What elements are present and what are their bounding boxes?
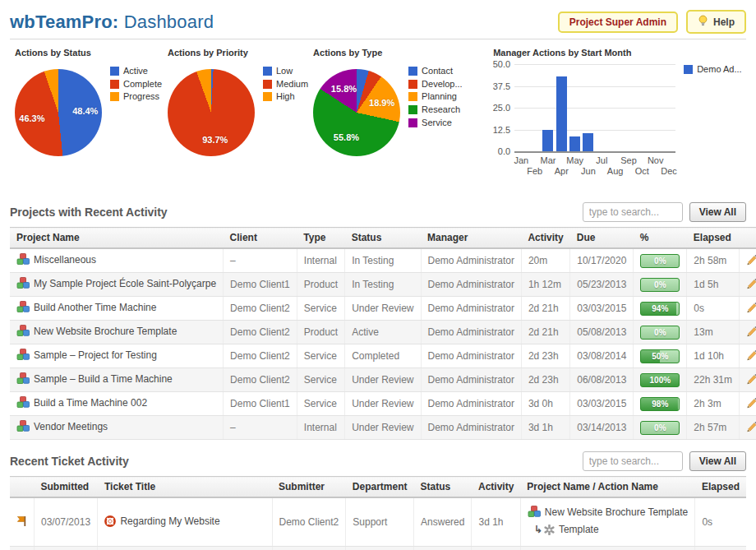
project-name: Sample – Project for Testing <box>34 349 157 361</box>
y-axis-tick-label: 25.0 <box>493 103 510 113</box>
legend-label: Research <box>422 104 460 115</box>
project-super-admin-button[interactable]: Project Super Admin <box>558 12 678 33</box>
edit-project-button[interactable] <box>746 326 756 340</box>
manager-cell: Demo Administrator <box>421 392 521 416</box>
projects-column-header: % <box>634 228 687 249</box>
projects-view-all-button[interactable]: View All <box>689 202 746 222</box>
chart-legend: Demo Ad... <box>684 64 741 178</box>
chart-title: Actions by Type <box>313 48 485 58</box>
y-axis-tick-label: 0.0 <box>498 146 510 156</box>
legend-label: Service <box>422 118 452 128</box>
edit-project-button[interactable] <box>746 349 756 363</box>
lifebuoy-icon <box>104 515 116 529</box>
tickets-column-header: Submitted <box>35 477 98 498</box>
pencil-icon <box>746 423 756 435</box>
project-name: My Sample Project École Saint-Polyçarpe <box>34 278 216 289</box>
status-cell: Answered <box>414 547 472 550</box>
type-cell: Service <box>297 392 344 416</box>
legend-item: Develop... <box>408 79 463 90</box>
project-cubes-icon <box>16 253 30 268</box>
pencil-icon <box>746 303 756 316</box>
topbar-buttons: Project Super Admin Help <box>558 10 746 34</box>
legend-label: Progress <box>123 91 159 102</box>
client-cell: – <box>224 248 297 273</box>
dashboard-page: wbTeamPro: Dashboard Project Super Admin… <box>0 0 756 550</box>
client-cell: Demo Client1 <box>224 392 297 416</box>
edit-project-button[interactable] <box>746 302 756 316</box>
elapsed-cell: 13m <box>687 321 740 344</box>
manager-cell: Demo Administrator <box>421 297 521 321</box>
pie-slice-label: 15.8% <box>331 84 357 94</box>
topbar: wbTeamPro: Dashboard Project Super Admin… <box>10 5 746 35</box>
lightbulb-icon <box>698 15 708 29</box>
edit-project-button[interactable] <box>746 397 756 411</box>
elapsed-cell: 1d 10h <box>687 344 740 368</box>
page-name: Dashboard <box>124 12 214 32</box>
percent-cell: 0% <box>634 416 687 440</box>
flag-icon <box>16 518 27 529</box>
elapsed-cell: 2h 58m <box>687 248 740 273</box>
project-row: Miscellaneous–InternalIn TestingDemo Adm… <box>10 248 756 273</box>
due-cell: 03/14/2013 <box>570 416 634 440</box>
legend-item: Demo Ad... <box>684 64 741 75</box>
pie-slice-label: 18.9% <box>369 98 394 108</box>
tickets-column-header: Department <box>346 477 414 498</box>
projects-column-header <box>740 228 756 249</box>
help-button[interactable]: Help <box>686 10 746 34</box>
page-title: wbTeamPro: Dashboard <box>10 12 214 33</box>
tickets-search-input[interactable] <box>583 451 683 471</box>
legend-label: Develop... <box>422 79 463 90</box>
project-row: My Sample Project École Saint-PolyçarpeD… <box>10 273 756 297</box>
charts-row: Actions by Status 48.4%46.3% ActiveCompl… <box>10 44 746 191</box>
x-axis-tick-label: Apr <box>555 166 569 176</box>
client-cell: – <box>224 416 297 440</box>
legend-item: Progress <box>110 91 162 102</box>
edit-project-button[interactable] <box>746 421 756 435</box>
x-axis-tick-label: Jul <box>596 155 607 165</box>
progress-badge: 50% <box>640 349 680 363</box>
chart-legend: ActiveCompleteProgress <box>110 66 162 104</box>
x-axis-tick-label: Mar <box>541 155 556 165</box>
pie-slice-label: 93.7% <box>202 135 228 145</box>
legend-swatch <box>263 80 272 89</box>
project-name: Sample – Build a Time Machine <box>34 373 173 385</box>
edit-project-button[interactable] <box>746 373 756 387</box>
legend-label: Demo Ad... <box>697 64 741 75</box>
bar-may <box>569 136 580 151</box>
tickets-column-header: Project Name / Action Name <box>520 477 695 498</box>
tickets-column-header: Activity <box>472 477 520 498</box>
bar-jun <box>583 133 593 151</box>
status-cell: Under Review <box>345 416 421 440</box>
tickets-view-all-button[interactable]: View All <box>689 451 746 471</box>
action-name-line: ↳Template <box>528 522 689 539</box>
legend-label: Complete <box>123 79 162 90</box>
project-name-cell: Vendor Meetings <box>10 416 224 440</box>
project-name-cell: Sample – Project for Testing <box>10 344 224 368</box>
edit-project-button[interactable] <box>746 278 756 292</box>
activity-cell: 2d 21h <box>521 321 569 344</box>
projects-column-header: Client <box>224 228 297 249</box>
project-row: Vendor Meetings–InternalUnder ReviewDemo… <box>10 416 756 440</box>
legend-label: Planning <box>422 91 457 102</box>
ticket-row: 03/07/2013Regarding My WebsiteDemo Clien… <box>10 497 746 547</box>
tickets-section: Recent Ticket Activity View All Submitte… <box>10 451 746 550</box>
project-name-cell: My Sample Project École Saint-Polyçarpe <box>10 273 224 297</box>
progress-badge: 0% <box>640 326 680 340</box>
x-axis-tick-label: Aug <box>607 166 624 176</box>
edit-cell <box>740 392 756 416</box>
y-axis-tick-label: 12.5 <box>493 125 510 135</box>
bar-chart-plot <box>514 62 675 153</box>
projects-search-input[interactable] <box>583 202 683 222</box>
chart-legend: ContactDevelop...PlanningResearchService <box>408 66 463 130</box>
project-row: New Website Brochure TemplateDemo Client… <box>10 321 756 344</box>
pencil-icon <box>746 327 756 340</box>
activity-cell: 20m <box>521 248 569 273</box>
edit-cell <box>740 368 756 392</box>
legend-label: Contact <box>422 66 453 76</box>
edit-project-button[interactable] <box>746 254 756 268</box>
legend-item: Contact <box>408 66 463 76</box>
manager-cell: Demo Administrator <box>421 248 521 273</box>
due-cell: 03/08/2014 <box>570 344 634 368</box>
ticket-title-cell: When will my website be finished <box>98 547 272 550</box>
status-cell: In Testing <box>345 248 421 273</box>
